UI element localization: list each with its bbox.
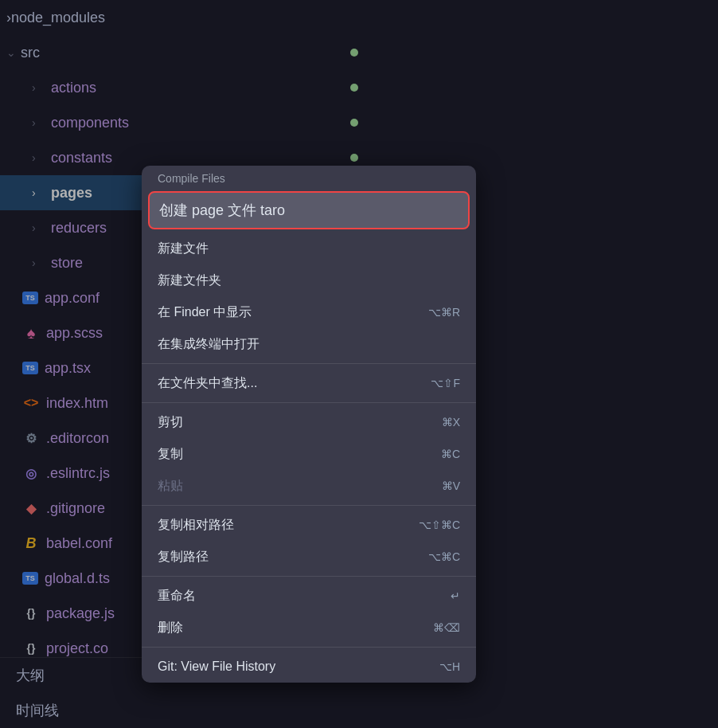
separator-5 [142, 647, 476, 648]
outline-label: 大纲 [16, 666, 45, 685]
delete-item[interactable]: 删除 ⌘⌫ [142, 612, 476, 644]
components-modified-dot [350, 119, 358, 127]
sidebar-item-components-label: components [51, 115, 374, 131]
context-menu: Compile Files 创建 page 文件 taro 新建文件 新建文件夹… [142, 166, 476, 683]
paste-shortcut: ⌘V [442, 479, 460, 492]
ts-file-icon: TS [22, 292, 38, 304]
new-file-item[interactable]: 新建文件 [142, 233, 476, 264]
chevron-down-icon: ⌄ [6, 46, 16, 59]
json-file-icon: {} [22, 605, 40, 622]
git-history-item[interactable]: Git: View File History ⌥H [142, 651, 476, 683]
find-in-folder-label: 在文件夹中查找... [158, 375, 257, 392]
copy-path-label: 复制路径 [158, 549, 209, 566]
chevron-right-icon: › [32, 81, 48, 94]
separator-3 [142, 505, 476, 506]
copy-path-shortcut: ⌥⌘C [428, 550, 460, 563]
constants-modified-dot [350, 154, 358, 162]
cut-shortcut: ⌘X [442, 416, 460, 429]
new-folder-label: 新建文件夹 [158, 272, 221, 289]
copy-relative-path-shortcut: ⌥⇧⌘C [419, 519, 460, 531]
new-folder-item[interactable]: 新建文件夹 [142, 264, 476, 296]
timeline-label: 时间线 [16, 701, 59, 720]
chevron-right-icon: › [32, 116, 48, 129]
copy-item[interactable]: 复制 ⌘C [142, 438, 476, 470]
separator-2 [142, 402, 476, 403]
new-file-label: 新建文件 [158, 241, 209, 257]
chevron-right-icon: › [32, 186, 48, 199]
node-modules-label: node_modules [11, 10, 105, 26]
open-terminal-item[interactable]: 在集成终端中打开 [142, 328, 476, 360]
sidebar-item-constants-label: constants [51, 150, 374, 166]
ts-file-icon-2: TS [22, 362, 38, 374]
delete-label: 删除 [158, 620, 183, 636]
delete-shortcut: ⌘⌫ [433, 621, 460, 634]
src-modified-dot [350, 49, 358, 57]
src-folder-item[interactable]: ⌄ src [0, 35, 374, 70]
gear-file-icon: ⚙ [22, 429, 40, 447]
copy-relative-path-item[interactable]: 复制相对路径 ⌥⇧⌘C [142, 509, 476, 541]
scss-file-icon: ♠ [22, 324, 40, 342]
reveal-finder-item[interactable]: 在 Finder 中显示 ⌥⌘R [142, 296, 476, 328]
copy-path-item[interactable]: 复制路径 ⌥⌘C [142, 541, 476, 573]
src-folder-label: src [21, 45, 40, 61]
rename-item[interactable]: 重命名 ↵ [142, 580, 476, 612]
reveal-finder-shortcut: ⌥⌘R [428, 306, 460, 319]
copy-shortcut: ⌘C [441, 448, 460, 460]
sidebar-item-components[interactable]: › components [0, 105, 374, 140]
cut-label: 剪切 [158, 414, 183, 431]
ts-file-icon-3: TS [22, 572, 38, 585]
json-file-icon-2: {} [22, 640, 40, 657]
git-history-shortcut: ⌥H [439, 660, 460, 673]
chevron-right-icon: › [32, 221, 48, 234]
actions-modified-dot [350, 84, 358, 92]
separator-4 [142, 576, 476, 577]
find-in-folder-shortcut: ⌥⇧F [431, 377, 460, 389]
eslint-file-icon: ◎ [22, 464, 40, 482]
git-file-icon: ◆ [22, 499, 40, 517]
html-file-icon: <> [22, 394, 40, 412]
paste-item[interactable]: 粘贴 ⌘V [142, 470, 476, 502]
rename-shortcut: ↵ [451, 589, 460, 602]
copy-relative-path-label: 复制相对路径 [158, 517, 234, 534]
chevron-right-icon: › [32, 256, 48, 269]
compile-files-header: Compile Files [142, 166, 476, 188]
node-modules-item[interactable]: › node_modules [0, 0, 374, 35]
open-terminal-label: 在集成终端中打开 [158, 336, 259, 353]
babel-file-icon: B [22, 534, 40, 552]
git-history-label: Git: View File History [158, 660, 275, 674]
separator-1 [142, 363, 476, 364]
chevron-right-icon: › [32, 151, 48, 164]
copy-label: 复制 [158, 446, 183, 463]
cut-item[interactable]: 剪切 ⌘X [142, 406, 476, 438]
sidebar-item-actions-label: actions [51, 80, 374, 96]
reveal-finder-label: 在 Finder 中显示 [158, 304, 252, 321]
create-page-label: 创建 page 文件 taro [159, 201, 285, 220]
timeline-panel[interactable]: 时间线 [0, 693, 374, 728]
create-page-item[interactable]: 创建 page 文件 taro [148, 191, 470, 229]
find-in-folder-item[interactable]: 在文件夹中查找... ⌥⇧F [142, 367, 476, 399]
sidebar-item-actions[interactable]: › actions [0, 70, 374, 105]
paste-label: 粘贴 [158, 478, 183, 495]
rename-label: 重命名 [158, 588, 196, 605]
